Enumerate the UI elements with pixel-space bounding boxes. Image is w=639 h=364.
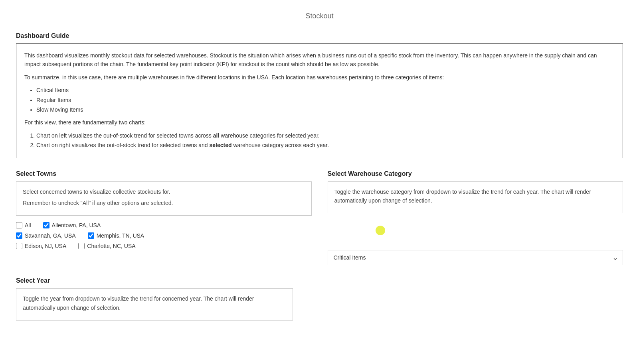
- chart2-text-after: warehouse category across each year.: [232, 142, 329, 148]
- select-year-desc-line1: Toggle the year from dropdown to visuali…: [23, 294, 286, 312]
- chart1-description: Chart on left visualizes the out-of-stoc…: [36, 131, 615, 140]
- towns-checkboxes: All Allentown, PA, USA Savannah, GA, USA…: [16, 222, 312, 249]
- select-warehouse-section: Select Warehouse Category Toggle the war…: [328, 170, 623, 266]
- cursor-indicator: [376, 226, 385, 235]
- checkbox-all: All: [16, 222, 31, 228]
- chart2-text-before: Chart on right visualizes the out-of-sto…: [36, 142, 209, 148]
- checkbox-all-label: All: [25, 222, 31, 228]
- checkbox-memphis-input[interactable]: [88, 232, 94, 239]
- dashboard-guide-para3: For this view, there are fundamentally t…: [24, 118, 615, 127]
- select-towns-heading: Select Towns: [16, 170, 312, 177]
- select-year-heading: Select Year: [16, 277, 623, 284]
- checkbox-edison: Edison, NJ, USA: [16, 243, 66, 249]
- warehouse-dropdown-wrapper: Critical Items Regular Items Slow Moving…: [328, 250, 623, 265]
- checkbox-allentown-input[interactable]: [43, 222, 49, 228]
- checkbox-memphis-label: Memphis, TN, USA: [97, 232, 144, 239]
- chart1-text-after: warehouse categories for selected year.: [219, 132, 319, 139]
- checkbox-charlotte-input[interactable]: [78, 243, 85, 249]
- checkbox-allentown-label: Allentown, PA, USA: [52, 222, 101, 228]
- select-towns-desc-line1: Select concerned towns to visualize coll…: [23, 187, 305, 196]
- chart1-bold-text: all: [213, 132, 220, 139]
- towns-row-1: All Allentown, PA, USA: [16, 222, 312, 228]
- chart2-bold-text: selected: [209, 142, 231, 148]
- chart1-text-before: Chart on left visualizes the out-of-stoc…: [36, 132, 213, 139]
- dashboard-guide-box: This dashboard visualizes monthly stocko…: [16, 43, 623, 158]
- select-warehouse-description: Toggle the warehouse category from dropd…: [328, 181, 623, 214]
- cursor-area: [328, 220, 623, 244]
- chart2-description: Chart on right visualizes the out-of-sto…: [36, 141, 615, 150]
- towns-row-3: Edison, NJ, USA Charlotte, NC, USA: [16, 243, 312, 249]
- towns-row-2: Savannah, GA, USA Memphis, TN, USA: [16, 232, 312, 239]
- checkbox-savannah-input[interactable]: [16, 232, 22, 239]
- select-year-section: Select Year Toggle the year from dropdow…: [16, 277, 623, 321]
- page-title: Stockout: [16, 12, 623, 20]
- checkbox-edison-label: Edison, NJ, USA: [25, 243, 66, 249]
- list-item-regular: Regular Items: [36, 96, 615, 104]
- checkbox-allentown: Allentown, PA, USA: [43, 222, 101, 228]
- dashboard-guide-list: Critical Items Regular Items Slow Moving…: [36, 86, 615, 114]
- dashboard-guide-para1: This dashboard visualizes monthly stocko…: [24, 51, 615, 69]
- checkbox-charlotte: Charlotte, NC, USA: [78, 243, 135, 249]
- main-controls: Select Towns Select concerned towns to v…: [16, 170, 623, 266]
- checkbox-savannah-label: Savannah, GA, USA: [25, 232, 76, 239]
- select-warehouse-heading: Select Warehouse Category: [328, 170, 623, 177]
- checkbox-charlotte-label: Charlotte, NC, USA: [87, 243, 135, 249]
- select-towns-desc-line2: Remember to uncheck "All" if any other o…: [23, 199, 305, 207]
- checkbox-memphis: Memphis, TN, USA: [88, 232, 144, 239]
- select-towns-description: Select concerned towns to visualize coll…: [16, 181, 312, 216]
- warehouse-category-dropdown[interactable]: Critical Items Regular Items Slow Moving…: [328, 250, 623, 265]
- checkbox-savannah: Savannah, GA, USA: [16, 232, 76, 239]
- dashboard-guide-section: Dashboard Guide This dashboard visualize…: [16, 32, 623, 158]
- dashboard-guide-heading: Dashboard Guide: [16, 32, 623, 39]
- select-year-description: Toggle the year from dropdown to visuali…: [16, 288, 293, 321]
- dashboard-guide-charts-list: Chart on left visualizes the out-of-stoc…: [36, 131, 615, 150]
- dashboard-guide-para2: To summarize, in this use case, there ar…: [24, 73, 615, 82]
- checkbox-edison-input[interactable]: [16, 243, 22, 249]
- list-item-slow-moving: Slow Moving Items: [36, 105, 615, 114]
- select-warehouse-desc-line1: Toggle the warehouse category from dropd…: [334, 187, 617, 205]
- list-item-critical: Critical Items: [36, 86, 615, 94]
- select-towns-section: Select Towns Select concerned towns to v…: [16, 170, 312, 266]
- checkbox-all-input[interactable]: [16, 222, 22, 228]
